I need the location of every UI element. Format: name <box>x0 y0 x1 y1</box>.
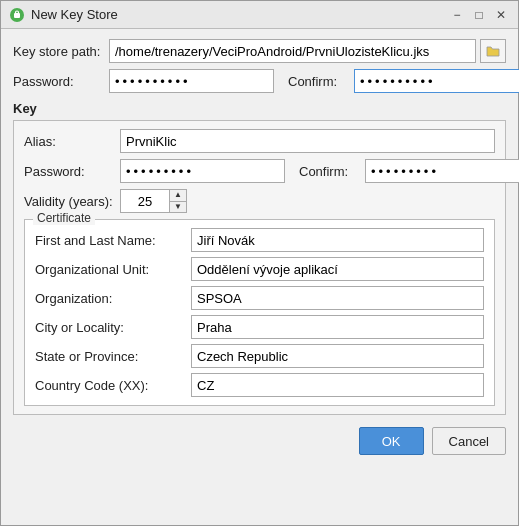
cert-country-input[interactable] <box>191 373 484 397</box>
cert-org-row: Organization: <box>35 286 484 310</box>
title-bar-controls: − □ ✕ <box>448 6 510 24</box>
cert-country-label: Country Code (XX): <box>35 378 185 393</box>
dialog-content: Key store path: Password: Confirm: Key <box>1 29 518 525</box>
keystore-password-input[interactable] <box>109 69 274 93</box>
keystore-path-input[interactable] <box>109 39 476 63</box>
key-confirm-label: Confirm: <box>299 164 359 179</box>
keystore-password-label: Password: <box>13 74 103 89</box>
keystore-confirm-label: Confirm: <box>288 74 348 89</box>
cert-org-unit-row: Organizational Unit: <box>35 257 484 281</box>
validity-input[interactable] <box>120 189 170 213</box>
cert-org-unit-input[interactable] <box>191 257 484 281</box>
close-button[interactable]: ✕ <box>492 6 510 24</box>
alias-label: Alias: <box>24 134 114 149</box>
title-bar-left: New Key Store <box>9 7 118 23</box>
alias-row: Alias: <box>24 129 495 153</box>
cert-state-label: State or Province: <box>35 349 185 364</box>
key-password-label: Password: <box>24 164 114 179</box>
validity-label: Validity (years): <box>24 194 114 209</box>
spinner-down-button[interactable]: ▼ <box>170 202 186 213</box>
alias-input[interactable] <box>120 129 495 153</box>
certificate-group-title: Certificate <box>33 211 95 225</box>
validity-row: Validity (years): ▲ ▼ <box>24 189 495 213</box>
browse-folder-button[interactable] <box>480 39 506 63</box>
keystore-path-label: Key store path: <box>13 44 103 59</box>
keystore-password-row: Password: Confirm: <box>13 69 506 93</box>
minimize-button[interactable]: − <box>448 6 466 24</box>
keystore-confirm-input[interactable] <box>354 69 519 93</box>
ok-button[interactable]: OK <box>359 427 424 455</box>
cancel-button[interactable]: Cancel <box>432 427 506 455</box>
cert-first-last-label: First and Last Name: <box>35 233 185 248</box>
button-row: OK Cancel <box>13 421 506 457</box>
certificate-group: Certificate First and Last Name: Organiz… <box>24 219 495 406</box>
keystore-path-input-group <box>109 39 506 63</box>
cert-first-last-row: First and Last Name: <box>35 228 484 252</box>
key-password-row: Password: Confirm: <box>24 159 495 183</box>
key-section-label: Key <box>13 101 506 116</box>
cert-org-unit-label: Organizational Unit: <box>35 262 185 277</box>
cert-org-input[interactable] <box>191 286 484 310</box>
title-bar: New Key Store − □ ✕ <box>1 1 518 29</box>
folder-icon <box>486 45 500 57</box>
cert-country-row: Country Code (XX): <box>35 373 484 397</box>
cert-city-input[interactable] <box>191 315 484 339</box>
cert-city-row: City or Locality: <box>35 315 484 339</box>
cert-state-input[interactable] <box>191 344 484 368</box>
window: New Key Store − □ ✕ Key store path: Pass… <box>0 0 519 526</box>
validity-spinner: ▲ ▼ <box>120 189 187 213</box>
key-confirm-input[interactable] <box>365 159 519 183</box>
window-title: New Key Store <box>31 7 118 22</box>
spinner-up-button[interactable]: ▲ <box>170 190 186 202</box>
cert-first-last-input[interactable] <box>191 228 484 252</box>
key-group: Alias: Password: Confirm: Validity (year… <box>13 120 506 415</box>
maximize-button[interactable]: □ <box>470 6 488 24</box>
cert-org-label: Organization: <box>35 291 185 306</box>
app-icon <box>9 7 25 23</box>
key-section: Key Alias: Password: Confirm: Validity (… <box>13 99 506 415</box>
spinner-buttons: ▲ ▼ <box>170 189 187 213</box>
keystore-path-row: Key store path: <box>13 39 506 63</box>
cert-city-label: City or Locality: <box>35 320 185 335</box>
cert-state-row: State or Province: <box>35 344 484 368</box>
key-password-input[interactable] <box>120 159 285 183</box>
